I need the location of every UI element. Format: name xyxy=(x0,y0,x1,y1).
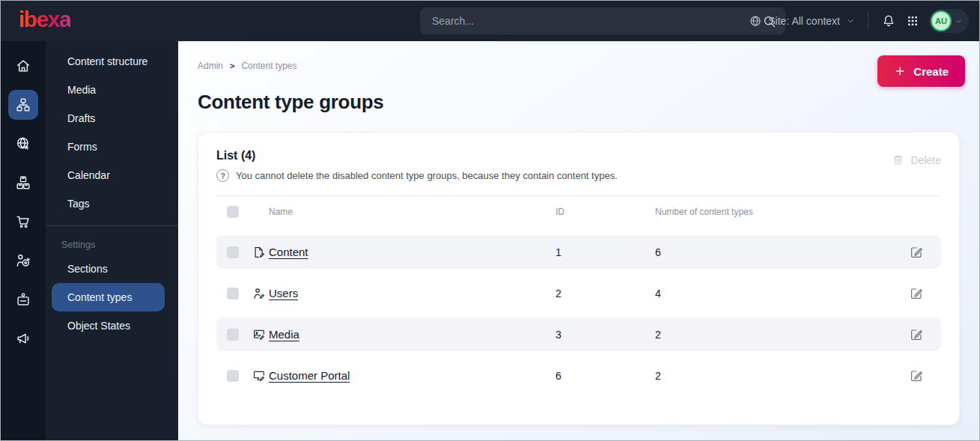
sidebar-item-object-states[interactable]: Object States xyxy=(52,311,169,340)
group-id-cell: 1 xyxy=(556,246,655,258)
rail-item-site[interactable] xyxy=(7,124,40,163)
table-row: Users 2 4 xyxy=(216,276,941,310)
rail-item-admin[interactable] xyxy=(7,280,40,319)
group-count-cell: 4 xyxy=(655,288,910,299)
trash-icon xyxy=(892,153,904,166)
content-structure-icon xyxy=(8,90,38,120)
breadcrumb-separator: > xyxy=(230,61,234,70)
group-id-cell: 6 xyxy=(556,370,655,382)
user-menu[interactable]: AU xyxy=(929,9,969,33)
create-button-label: Create xyxy=(913,65,949,78)
page-title: Content type groups xyxy=(198,91,960,114)
edit-button[interactable] xyxy=(910,328,941,341)
chevron-down-icon xyxy=(955,17,963,25)
site-context-selector[interactable]: Site: All context xyxy=(749,14,855,28)
search-input[interactable] xyxy=(432,15,762,27)
group-count-cell: 2 xyxy=(655,329,910,341)
rail-item-personalization[interactable] xyxy=(7,241,40,280)
media-image-icon xyxy=(252,328,269,341)
app-window: ibexa Site: All context xyxy=(0,0,980,441)
help-question-icon: ? xyxy=(216,169,229,182)
main-content: Admin > Content types Create Content typ… xyxy=(178,41,979,440)
group-name-link[interactable]: Users xyxy=(269,287,556,299)
rail-item-dashboard[interactable] xyxy=(7,46,40,85)
edit-button[interactable] xyxy=(910,246,941,259)
ibexa-logo: ibexa xyxy=(19,8,70,34)
delete-button-label: Delete xyxy=(911,154,941,166)
topbar-right-cluster: Site: All context AU xyxy=(749,1,969,41)
group-id-cell: 3 xyxy=(556,329,655,341)
sidebar-item-sections[interactable]: Sections xyxy=(52,255,169,283)
row-checkbox[interactable] xyxy=(227,246,239,258)
users-person-icon xyxy=(252,287,269,300)
sidebar-item-drafts[interactable]: Drafts xyxy=(52,104,169,133)
sidebar-item-content-types[interactable]: Content types xyxy=(52,283,165,311)
app-grid-icon[interactable] xyxy=(906,14,919,28)
globe-icon xyxy=(749,14,762,28)
column-header-name: Name xyxy=(269,207,556,217)
admin-badge-icon xyxy=(8,285,38,314)
table-row: Media 3 2 xyxy=(216,317,941,351)
edit-button[interactable] xyxy=(910,287,941,300)
column-header-id: ID xyxy=(556,207,655,217)
row-checkbox[interactable] xyxy=(227,288,239,299)
rail-item-product-catalog[interactable] xyxy=(7,163,40,202)
customer-portal-monitor-icon xyxy=(252,369,269,383)
product-catalog-icon xyxy=(8,168,38,198)
table-row: Customer Portal 6 2 xyxy=(216,359,941,392)
help-text: You cannot delete the disabled content t… xyxy=(236,170,618,181)
table-header: Name ID Number of content types xyxy=(216,196,941,228)
rail-item-content[interactable] xyxy=(7,85,40,124)
content-type-groups-panel: List (4) ? You cannot delete the disable… xyxy=(198,132,960,425)
group-name-link[interactable]: Media xyxy=(269,328,556,341)
sidebar-item-forms[interactable]: Forms xyxy=(52,133,169,161)
sidebar-item-calendar[interactable]: Calendar xyxy=(52,161,169,189)
row-checkbox[interactable] xyxy=(227,370,239,382)
sidebar-item-content-structure[interactable]: Content structure xyxy=(52,47,169,76)
sidebar-menu: Content structure Media Drafts Forms Cal… xyxy=(46,41,178,440)
sidebar-icon-rail xyxy=(1,41,46,440)
settings-section-label: Settings xyxy=(46,226,178,255)
table-row: Content 1 6 xyxy=(216,235,941,269)
avatar: AU xyxy=(931,10,952,31)
list-count-title: List (4) xyxy=(216,149,618,162)
sidebar-item-media[interactable]: Media xyxy=(52,76,169,104)
column-header-count: Number of content types xyxy=(655,207,910,217)
sidebar-item-tags[interactable]: Tags xyxy=(52,189,169,218)
rail-item-marketing[interactable] xyxy=(7,319,40,358)
top-bar: ibexa Site: All context xyxy=(1,1,979,41)
content-file-icon xyxy=(252,246,269,259)
plus-icon xyxy=(894,65,906,77)
marketing-megaphone-icon xyxy=(8,323,38,353)
delete-button[interactable]: Delete xyxy=(892,153,941,166)
commerce-cart-icon xyxy=(8,207,38,237)
home-icon xyxy=(8,51,38,81)
group-name-link[interactable]: Content xyxy=(269,246,556,258)
breadcrumb-current: Content types xyxy=(241,61,296,71)
row-checkbox[interactable] xyxy=(227,329,239,341)
group-count-cell: 2 xyxy=(655,370,910,382)
global-search[interactable] xyxy=(420,7,785,34)
create-button[interactable]: Create xyxy=(877,55,965,87)
select-all-checkbox[interactable] xyxy=(227,206,239,218)
site-globe-icon xyxy=(8,129,38,159)
breadcrumb-admin[interactable]: Admin xyxy=(198,61,223,71)
site-context-label: Site: All context xyxy=(768,15,840,27)
group-id-cell: 2 xyxy=(556,288,655,299)
chevron-down-icon xyxy=(846,16,855,25)
group-count-cell: 6 xyxy=(655,246,910,258)
edit-button[interactable] xyxy=(910,369,941,383)
group-name-link[interactable]: Customer Portal xyxy=(269,369,556,382)
notifications-bell-icon[interactable] xyxy=(881,13,896,28)
personalization-target-icon xyxy=(8,246,38,276)
breadcrumb: Admin > Content types xyxy=(198,61,960,71)
rail-item-commerce[interactable] xyxy=(7,202,40,241)
topbar-divider xyxy=(868,12,868,30)
